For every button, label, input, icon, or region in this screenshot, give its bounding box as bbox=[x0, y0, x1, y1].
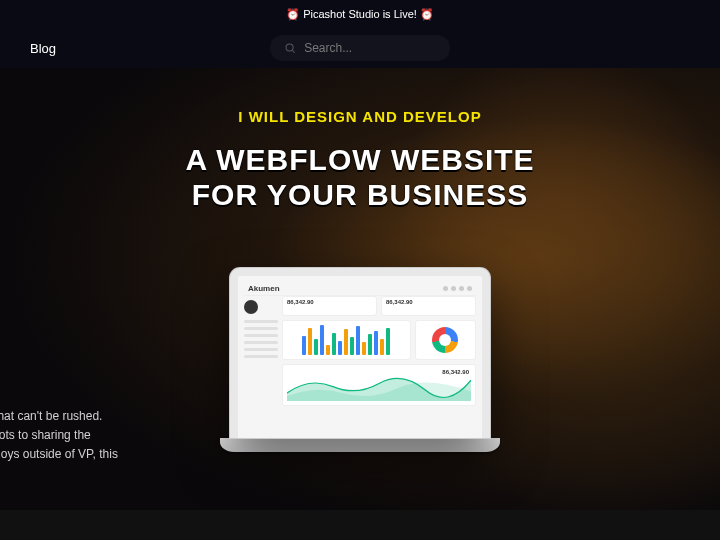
announcement-bar: ⏰ Picashot Studio is Live! ⏰ bbox=[0, 0, 720, 28]
bar bbox=[380, 339, 384, 355]
bar bbox=[356, 326, 360, 355]
bar bbox=[368, 334, 372, 355]
laptop-base bbox=[220, 438, 500, 452]
search-icon bbox=[284, 41, 296, 55]
bar bbox=[344, 329, 348, 355]
bar bbox=[386, 328, 390, 355]
avatar bbox=[244, 300, 258, 314]
pie-icon bbox=[432, 327, 458, 353]
bar bbox=[350, 337, 354, 355]
area-chart: 86,342.90 bbox=[282, 364, 476, 406]
bar bbox=[374, 331, 378, 355]
search-box[interactable] bbox=[270, 35, 450, 61]
background-feature-text: ht! ps is a greatness that can't be rush… bbox=[0, 358, 118, 465]
feature-body: ps is a greatness that can't be rushed. … bbox=[0, 407, 118, 465]
metric-card: 86,342.90 bbox=[381, 296, 476, 316]
hero-kicker: I WILL DESIGN AND DEVELOP bbox=[110, 108, 610, 125]
laptop-screen: Akumen 86,342.90 86,342.90 bbox=[230, 268, 490, 438]
dashboard-main: 86,342.90 86,342.90 86,342.90 bbox=[282, 296, 476, 430]
bar bbox=[302, 336, 306, 355]
nav-link-blog[interactable]: Blog bbox=[30, 41, 56, 56]
bar-chart bbox=[282, 320, 411, 360]
bar bbox=[338, 341, 342, 355]
announcement-text: ⏰ Picashot Studio is Live! ⏰ bbox=[286, 8, 434, 21]
svg-line-1 bbox=[292, 50, 294, 52]
hero-title: A WEBFLOW WEBSITE FOR YOUR BUSINESS bbox=[110, 143, 610, 212]
bar bbox=[362, 342, 366, 355]
bar bbox=[332, 333, 336, 355]
metric-card: 86,342.90 bbox=[282, 296, 377, 316]
pie-chart bbox=[415, 320, 476, 360]
dashboard-header-icons bbox=[443, 286, 472, 291]
dashboard-sidebar bbox=[244, 296, 278, 430]
dashboard-brand: Akumen bbox=[248, 284, 280, 293]
bar bbox=[314, 339, 318, 355]
laptop-mockup: Akumen 86,342.90 86,342.90 bbox=[220, 268, 500, 452]
dashboard-header: Akumen bbox=[244, 282, 476, 296]
bar bbox=[320, 325, 324, 355]
hero-headline: I WILL DESIGN AND DEVELOP A WEBFLOW WEBS… bbox=[110, 108, 610, 212]
bar bbox=[326, 345, 330, 355]
svg-point-0 bbox=[286, 44, 293, 51]
top-nav: Blog bbox=[0, 28, 720, 68]
search-input[interactable] bbox=[304, 41, 436, 55]
hero-section: ht! ps is a greatness that can't be rush… bbox=[0, 68, 720, 540]
bar bbox=[308, 328, 312, 355]
feature-heading: ht! bbox=[0, 358, 118, 395]
